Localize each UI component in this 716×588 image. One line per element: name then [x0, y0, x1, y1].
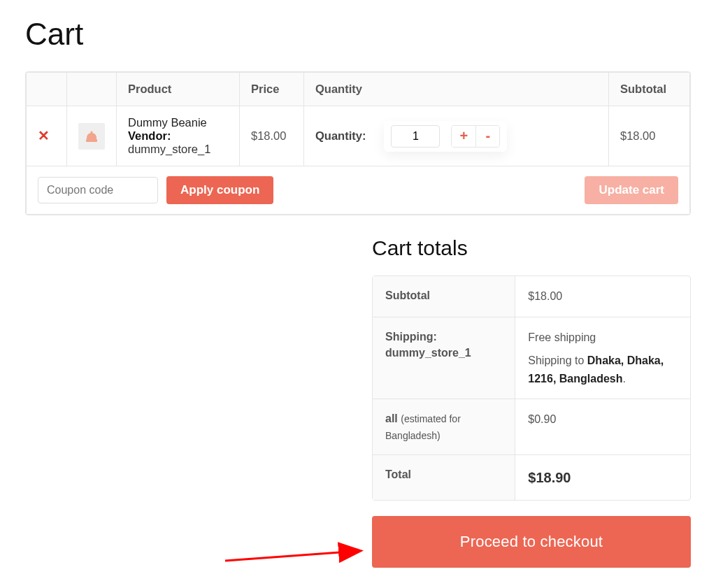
cart-actions-row: Apply coupon Update cart	[27, 166, 690, 215]
tax-value: $0.90	[515, 399, 690, 454]
shipping-label: Shipping: dummy_store_1	[373, 317, 515, 399]
apply-coupon-button[interactable]: Apply coupon	[166, 176, 273, 204]
cart-totals-title: Cart totals	[372, 236, 691, 260]
coupon-code-input[interactable]	[38, 177, 158, 203]
header-quantity: Quantity	[304, 73, 609, 106]
quantity-controls: + -	[384, 121, 507, 152]
svg-point-1	[90, 131, 92, 133]
shipping-value: Free shipping Shipping to Dhaka, Dhaka, …	[515, 317, 690, 399]
header-remove	[27, 73, 67, 106]
vendor-link[interactable]: dummy_store_1	[128, 143, 210, 155]
vendor-label: Vendor:	[128, 129, 171, 142]
product-thumbnail[interactable]	[78, 123, 105, 150]
beanie-icon	[83, 128, 100, 145]
quantity-decrease-button[interactable]: -	[475, 126, 499, 147]
subtotal-label: Subtotal	[373, 276, 515, 317]
cart-totals-box: Subtotal $18.00 Shipping: dummy_store_1 …	[372, 275, 691, 501]
quantity-label: Quantity:	[315, 129, 366, 143]
cart-table: Product Price Quantity Subtotal ✕	[25, 71, 691, 215]
remove-item-button[interactable]: ✕	[38, 129, 50, 143]
update-cart-button[interactable]: Update cart	[585, 176, 678, 204]
item-subtotal: $18.00	[609, 106, 690, 166]
header-product: Product	[117, 73, 240, 106]
quantity-input[interactable]	[391, 125, 440, 148]
product-name-link[interactable]: Dummy Beanie	[128, 116, 228, 129]
page-title: Cart	[25, 17, 691, 52]
total-label: Total	[373, 455, 515, 500]
header-price: Price	[240, 73, 304, 106]
item-price: $18.00	[240, 106, 304, 166]
subtotal-value: $18.00	[515, 276, 690, 317]
cart-row: ✕ Dummy Beanie	[27, 106, 690, 166]
total-value: $18.90	[515, 455, 690, 500]
svg-rect-0	[86, 139, 97, 142]
quantity-increase-button[interactable]: +	[452, 126, 475, 147]
header-subtotal: Subtotal	[609, 73, 690, 106]
proceed-to-checkout-button[interactable]: Proceed to checkout	[372, 516, 691, 568]
tax-label: all (estimated for Bangladesh)	[373, 399, 515, 454]
header-thumb	[67, 73, 117, 106]
cart-totals-section: Cart totals Subtotal $18.00 Shipping: du…	[372, 236, 691, 568]
